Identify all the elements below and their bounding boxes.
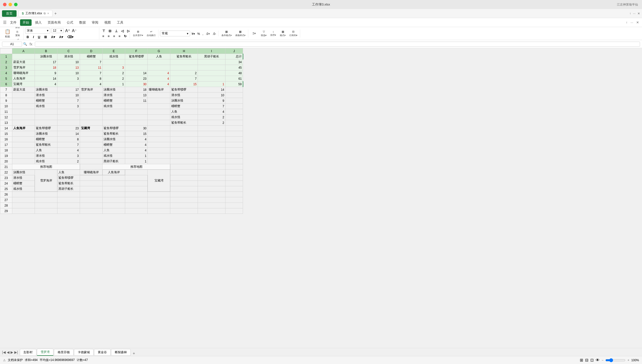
cell-I29[interactable]	[198, 208, 225, 214]
cell-A25[interactable]: 戏水怪	[12, 186, 35, 192]
formula-input[interactable]	[35, 42, 640, 47]
cell-G2[interactable]	[148, 59, 170, 65]
cell-H16[interactable]	[170, 137, 198, 142]
cell-I26[interactable]	[198, 192, 225, 197]
cell-C16[interactable]: 8	[57, 137, 80, 142]
border-button[interactable]: ⊞	[43, 35, 48, 39]
cell-B4[interactable]: 9	[35, 70, 57, 76]
row-col-button[interactable]: ⊟ 行和列▾	[288, 30, 299, 38]
cell-G11[interactable]	[148, 109, 170, 115]
cell-J19[interactable]	[225, 153, 243, 159]
close-button[interactable]	[3, 3, 7, 6]
col-header-I[interactable]: I	[198, 48, 225, 54]
maximize-button[interactable]	[14, 3, 18, 6]
cell-F12[interactable]	[125, 115, 148, 120]
cell-I3[interactable]	[198, 65, 225, 70]
cell-C23[interactable]: 鲨鱼帮喽啰	[57, 175, 80, 181]
cell-C25[interactable]: 黑胡子船长	[57, 186, 80, 192]
cell-J12[interactable]	[225, 115, 243, 120]
sort-button[interactable]: ↕ 排序▾	[269, 30, 278, 37]
cell-J23[interactable]	[225, 175, 243, 181]
fill-color-button[interactable]: A▾	[49, 35, 56, 39]
cell-C12[interactable]	[57, 115, 80, 120]
zoom-minus-icon[interactable]: −	[602, 358, 603, 362]
cell-A4[interactable]: 珊瑚礁海岸	[12, 70, 35, 76]
cell-I9[interactable]: 9	[198, 98, 225, 104]
sheet-nav-prev[interactable]: ◀	[7, 350, 10, 354]
cell-H25[interactable]	[170, 186, 198, 192]
cell-J11[interactable]	[225, 109, 243, 115]
cell-G14[interactable]	[148, 126, 170, 131]
cell-G7[interactable]: 珊瑚礁海岸	[148, 87, 170, 93]
cell-B16[interactable]: 桶螃蟹	[35, 137, 57, 142]
cell-A18[interactable]	[12, 148, 35, 153]
cell-I11[interactable]: 4	[198, 109, 225, 115]
cell-E15[interactable]: 鲨鱼帮船长	[103, 131, 125, 137]
cell-I14[interactable]	[198, 126, 225, 131]
cell-E10[interactable]: 戏水怪	[103, 104, 125, 109]
cell-I1[interactable]: 黑胡子船长	[198, 54, 225, 59]
cell-H17[interactable]	[170, 142, 198, 148]
conditional-format-button[interactable]: ▦ 条件格式▾	[220, 30, 233, 38]
menu-data[interactable]: 数据	[77, 19, 88, 26]
file-tab[interactable]: S 工作簿3.xlsx ⧉ ✕	[19, 10, 52, 17]
sheet-nav-next[interactable]: ▶	[11, 350, 13, 354]
cell-A12[interactable]	[12, 115, 35, 120]
cell-A28[interactable]	[12, 203, 35, 208]
cell-C2[interactable]: 10	[57, 59, 80, 65]
cell-G22-merged[interactable]: 宝藏湾	[148, 170, 170, 192]
cell-H2[interactable]	[170, 59, 198, 65]
cell-A27[interactable]	[12, 197, 35, 203]
cell-B5[interactable]: 14	[35, 76, 57, 81]
cell-F14[interactable]: 30	[125, 126, 148, 131]
cell-B6[interactable]: 4	[35, 81, 57, 87]
underline-button[interactable]: U	[36, 35, 42, 39]
cell-H12[interactable]: 戏水怪	[170, 115, 198, 120]
cell-F19[interactable]: 1	[125, 153, 148, 159]
cell-G8[interactable]	[148, 93, 170, 98]
cell-E7[interactable]: 泳圈水怪	[103, 87, 125, 93]
cell-J3[interactable]: 45	[225, 65, 243, 70]
cell-D26[interactable]	[80, 192, 103, 197]
cell-C4[interactable]: 10	[57, 70, 80, 76]
font-size-selector[interactable]: 12 ▾	[51, 28, 64, 33]
cell-J29[interactable]	[225, 208, 243, 214]
decrease-font-button[interactable]: A⁻	[71, 28, 77, 34]
cell-E19[interactable]: 戏水怪	[103, 153, 125, 159]
cell-H15[interactable]	[170, 131, 198, 137]
cell-I27[interactable]	[198, 197, 225, 203]
hamburger-icon[interactable]: ☰	[3, 20, 7, 25]
align-right-button[interactable]: ≡	[112, 34, 117, 39]
cell-I18[interactable]	[198, 148, 225, 153]
sheet-nav-first[interactable]: |◀	[2, 350, 6, 354]
cell-C6[interactable]	[57, 81, 80, 87]
cell-B18[interactable]: 人鱼	[35, 148, 57, 153]
cell-I28[interactable]	[198, 203, 225, 208]
cell-E12[interactable]	[103, 115, 125, 120]
eye-icon[interactable]: 👁	[596, 358, 600, 362]
align-middle-button[interactable]: ⊟	[107, 29, 113, 33]
cell-H9[interactable]: 泳圈水怪	[170, 98, 198, 104]
cell-C11[interactable]	[57, 109, 80, 115]
cell-H18[interactable]	[170, 148, 198, 153]
cell-D20[interactable]	[80, 159, 103, 164]
cell-D21[interactable]	[80, 164, 103, 170]
cell-E8[interactable]: 潜水怪	[103, 93, 125, 98]
cell-I21[interactable]	[198, 164, 225, 170]
menu-file[interactable]: 文件	[8, 19, 19, 26]
cell-C15[interactable]: 14	[57, 131, 80, 137]
cell-C17[interactable]: 7	[57, 142, 80, 148]
col-header-B[interactable]: B	[35, 48, 57, 54]
cell-F23[interactable]	[125, 175, 148, 181]
cell-A5[interactable]: 人鱼海岸	[12, 76, 35, 81]
cell-J26[interactable]	[225, 192, 243, 197]
cell-H6[interactable]: 15	[170, 81, 198, 87]
cell-B27[interactable]	[35, 197, 57, 203]
cell-E17[interactable]: 桶螃蟹	[103, 142, 125, 148]
col-header-D[interactable]: D	[80, 48, 103, 54]
cell-D9[interactable]	[80, 98, 103, 104]
cell-J10[interactable]	[225, 104, 243, 109]
cell-B3[interactable]: 18	[35, 65, 57, 70]
cell-G5[interactable]: 4	[148, 76, 170, 81]
cell-B22-merged[interactable]: 雪罗海岸	[35, 170, 57, 192]
